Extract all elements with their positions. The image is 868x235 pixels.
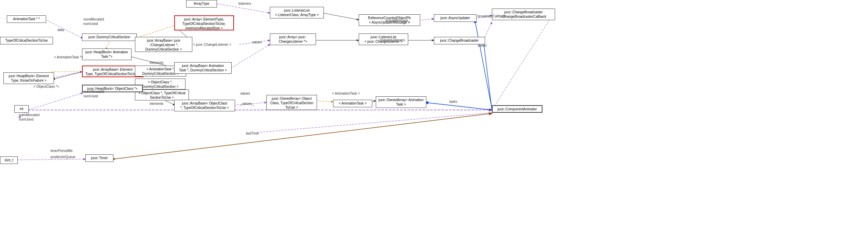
label-changelisteners: changeListeners	[380, 38, 405, 42]
svg-line-26	[256, 113, 492, 133]
node-size-t: size_t	[0, 156, 18, 164]
diagram-container: ArrayType AnimationTask * * juce::Listen…	[0, 0, 868, 235]
label-data: data	[57, 28, 64, 32]
label-numalloc-numused-2: numAllocatednumUsed	[83, 89, 104, 98]
label-lasttime: lastTime	[246, 132, 259, 135]
label-tasks: tasks	[449, 100, 457, 103]
svg-line-20	[483, 40, 492, 110]
node-array-changelistener: juce::Array< juce::ChangeListener *>	[270, 33, 316, 45]
label-elements-2: elements	[150, 102, 164, 106]
node-heapblock-element: juce::HeapBlock< ElementType, throwOnFai…	[3, 72, 54, 84]
label-numalloc-numused-3: numAllocatednumUsed	[19, 113, 40, 122]
svg-line-22	[425, 102, 492, 110]
label-positioninqueue: positionInQueue	[51, 155, 75, 159]
node-typeofcritical: TypeOfCriticalSectionToUse	[0, 37, 53, 44]
node-listenerlist-arraytype: juce::ListenerList< ListenerClass, Array…	[270, 7, 324, 18]
node-timer: juce::Timer	[85, 154, 113, 162]
label-animationtask-ptr: > AnimationTask *>	[54, 55, 83, 59]
node-int: int	[14, 105, 29, 113]
node-ownedarray-animationtask: juce::OwnedArray< AnimationTask >	[376, 96, 426, 108]
label-owner: owner	[478, 44, 487, 47]
node-animationtask: AnimationTask * *	[7, 15, 46, 23]
svg-line-1	[323, 13, 359, 20]
svg-line-13	[53, 72, 83, 79]
svg-line-21	[475, 20, 492, 109]
node-arraytype: ArrayType	[186, 0, 217, 8]
node-objectclass-typeofcritical: < ObjectClass *, TypeOfCriticalSectionTo…	[135, 89, 189, 100]
label-broadcastcallback: broadcastCallback	[478, 14, 506, 18]
node-changebroadcaster: juce::ChangeBroadcaster	[434, 37, 485, 44]
svg-line-24	[113, 113, 492, 159]
svg-line-4	[135, 26, 174, 38]
label-elements-1: elements	[150, 61, 164, 65]
node-arraybase-animationtask-dummy: juce::ArrayBase< AnimationTask *, DummyC…	[174, 62, 232, 74]
node-arraybase-objectclass: juce::ArrayBase< ObjectClass*, TypeOfCri…	[174, 100, 235, 111]
svg-line-10	[492, 16, 552, 110]
label-values-1: values	[252, 40, 262, 44]
label-numalloc-numused-1: numAllocatednumUsed	[83, 17, 104, 26]
label-values-2: _values_	[240, 102, 254, 106]
label-timerperiodms: timerPeriodMs	[51, 149, 72, 153]
node-ownedarray-objectclass: juce::OwnedArray< ObjectClass, TypeOfCri…	[266, 95, 317, 110]
node-array-elementtype: juce::Array< ElementType,TypeOfCriticalS…	[174, 15, 234, 30]
label-animationtask-2: < AnimationTask >	[332, 92, 360, 95]
node-arraybase-juce-dummy: juce::ArrayBase< juce::ChangeListener *,…	[135, 37, 192, 52]
node-heapblock-animationtask: juce::HeapBlock< AnimationTask *>	[82, 49, 132, 60]
node-asyncupdater: juce::AsyncUpdater	[434, 14, 477, 22]
label-activemessage: activeMessage_	[385, 19, 410, 23]
svg-line-31	[53, 72, 82, 78]
node-dummycritical: juce::DummyCriticalSection	[82, 33, 137, 41]
svg-line-25	[17, 159, 85, 160]
node-componentanimator: juce::ComponentAnimator	[492, 105, 542, 113]
label-values-3: values	[240, 92, 250, 95]
node-animationtask-obj: < AnimationTask >	[333, 100, 372, 107]
svg-line-32	[28, 93, 83, 110]
label-listeners: listeners	[238, 2, 251, 5]
node-arraybase-elementtype: juce::ArrayBase< ElementType, TypeOfCrit…	[82, 66, 143, 77]
svg-line-2	[418, 19, 434, 20]
label-objectclass-ptr: < ObjectClass *>	[33, 85, 59, 88]
label-juce-changelistener: < juce::ChangeListener >	[193, 43, 231, 46]
svg-line-18	[425, 102, 492, 110]
svg-line-16	[316, 101, 333, 102]
svg-line-23	[113, 113, 492, 159]
svg-line-29	[231, 44, 270, 68]
